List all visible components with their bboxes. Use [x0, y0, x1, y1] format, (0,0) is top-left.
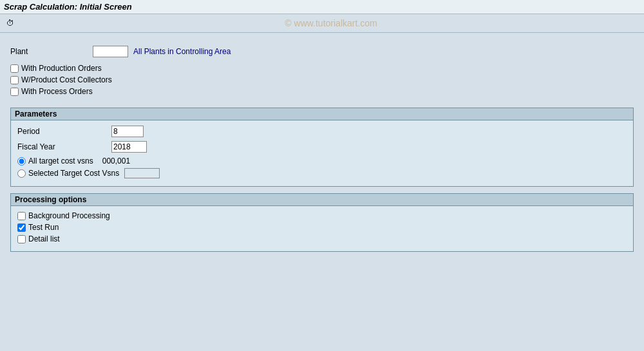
with-product-cost-collectors-label: W/Product Cost Collectors [21, 75, 112, 84]
selected-target-cost-vsns-input[interactable] [124, 168, 160, 178]
processing-options-section-body: Background Processing Test Run Detail li… [11, 206, 633, 251]
with-product-cost-collectors-checkbox[interactable] [10, 76, 19, 84]
clock-icon[interactable]: ⏱ [4, 17, 17, 30]
test-run-label: Test Run [28, 223, 59, 232]
plant-row: Plant All Plants in Controlling Area [10, 46, 634, 57]
title-bar: Scrap Calculation: Initial Screen [0, 0, 644, 14]
all-target-cost-vsns-value: 000,001 [102, 157, 130, 166]
detail-list-label: Detail list [28, 234, 60, 243]
period-label: Period [17, 127, 108, 136]
processing-options-section: Processing options Background Processing… [10, 193, 634, 252]
background-processing-label: Background Processing [28, 211, 110, 220]
with-process-orders-label: With Process Orders [21, 87, 93, 96]
plant-input[interactable] [93, 46, 128, 57]
main-content: Plant All Plants in Controlling Area Wit… [0, 33, 644, 262]
with-product-cost-collectors-row: W/Product Cost Collectors [10, 75, 634, 84]
background-processing-row: Background Processing [17, 211, 627, 220]
processing-options-section-title: Processing options [11, 194, 633, 206]
with-production-orders-label: With Production Orders [21, 64, 102, 73]
period-input[interactable] [111, 126, 144, 137]
fiscal-year-row: Fiscal Year [17, 141, 627, 153]
test-run-checkbox[interactable] [17, 223, 26, 232]
selected-target-cost-vsns-label: Selected Target Cost Vsns [28, 169, 119, 178]
toolbar: ⏱ © www.tutorialkart.com [0, 14, 644, 33]
with-production-orders-row: With Production Orders [10, 64, 634, 73]
with-process-orders-row: With Process Orders [10, 87, 634, 96]
period-row: Period [17, 126, 627, 137]
parameters-section: Parameters Period Fiscal Year All target… [10, 108, 634, 187]
parameters-section-body: Period Fiscal Year All target cost vsns … [11, 120, 633, 186]
all-target-cost-vsns-radio[interactable] [17, 157, 26, 166]
detail-list-row: Detail list [17, 234, 627, 243]
selected-target-cost-vsns-row: Selected Target Cost Vsns [17, 168, 627, 178]
with-production-orders-checkbox[interactable] [10, 64, 19, 73]
plant-hint: All Plants in Controlling Area [133, 47, 231, 56]
fiscal-year-input[interactable] [111, 141, 147, 153]
all-target-cost-vsns-label: All target cost vsns [28, 157, 93, 166]
background-processing-checkbox[interactable] [17, 212, 26, 220]
parameters-section-title: Parameters [11, 108, 633, 120]
all-target-cost-vsns-row: All target cost vsns 000,001 [17, 157, 627, 166]
selected-target-cost-vsns-radio[interactable] [17, 169, 26, 178]
fiscal-year-label: Fiscal Year [17, 142, 108, 151]
watermark: © www.tutorialkart.com [22, 18, 640, 28]
plant-label: Plant [10, 47, 88, 56]
detail-list-checkbox[interactable] [17, 235, 26, 243]
page-title: Scrap Calculation: Initial Screen [4, 2, 132, 12]
with-process-orders-checkbox[interactable] [10, 88, 19, 96]
test-run-row: Test Run [17, 223, 627, 232]
